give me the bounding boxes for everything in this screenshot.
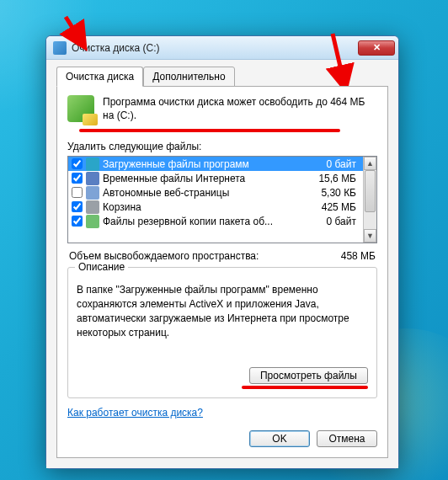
file-name: Временные файлы Интернета	[103, 173, 307, 184]
file-size: 0 байт	[311, 216, 360, 227]
file-checkbox[interactable]	[72, 187, 83, 198]
summary: Программа очистки диска может освободить…	[67, 95, 377, 122]
file-type-icon	[86, 215, 99, 228]
annotation-underline-2	[242, 386, 368, 389]
file-type-icon	[86, 172, 99, 185]
tab-cleanup[interactable]: Очистка диска	[56, 67, 143, 87]
tab-strip: Очистка диска Дополнительно	[56, 67, 388, 87]
file-type-icon	[86, 186, 99, 200]
total-line: Объем высвобождаемого пространства: 458 …	[69, 250, 376, 262]
dialog-buttons: OK Отмена	[67, 430, 377, 447]
annotation-underline-1	[79, 129, 340, 132]
close-button[interactable]: ✕	[358, 40, 395, 56]
file-list: Загруженные файлы программ0 байтВременны…	[67, 156, 377, 243]
window-title: Очистка диска (C:)	[72, 42, 358, 54]
file-checkbox[interactable]	[72, 173, 83, 184]
total-value: 458 МБ	[341, 250, 376, 262]
description-text: В папке "Загруженные файлы программ" вре…	[77, 283, 368, 362]
files-label: Удалить следующие файлы:	[67, 141, 377, 152]
file-name: Автономные веб-страницы	[103, 187, 307, 199]
scroll-up-icon[interactable]: ▲	[364, 157, 376, 170]
app-icon	[53, 41, 67, 55]
file-size: 0 байт	[311, 158, 360, 170]
client-area: Очистка диска Дополнительно Программа оч…	[46, 60, 398, 468]
ok-button[interactable]: OK	[249, 430, 310, 447]
file-name: Загруженные файлы программ	[103, 158, 307, 170]
disk-cleanup-window: Очистка диска (C:) ✕ Очистка диска Допол…	[45, 35, 399, 469]
file-name: Корзина	[103, 201, 307, 213]
file-size: 5,30 КБ	[311, 187, 360, 199]
list-item[interactable]: Загруженные файлы программ0 байт	[68, 157, 363, 171]
tab-additional[interactable]: Дополнительно	[143, 67, 234, 87]
summary-line1: Программа очистки диска может освободить…	[103, 95, 365, 109]
file-checkbox[interactable]	[72, 216, 83, 227]
list-item[interactable]: Автономные веб-страницы5,30 КБ	[68, 185, 363, 200]
file-size: 15,6 МБ	[311, 173, 360, 184]
file-name: Файлы резервной копии пакета об...	[103, 216, 307, 227]
list-item[interactable]: Временные файлы Интернета15,6 МБ	[68, 171, 363, 185]
scroll-thumb[interactable]	[365, 170, 376, 212]
scroll-down-icon[interactable]: ▼	[364, 229, 376, 243]
disk-cleanup-icon	[67, 95, 94, 122]
close-icon: ✕	[373, 42, 381, 53]
list-item[interactable]: Корзина425 МБ	[68, 200, 363, 214]
tab-panel: Программа очистки диска может освободить…	[56, 86, 388, 458]
summary-line2: на (C:).	[103, 109, 365, 122]
file-type-icon	[86, 157, 99, 171]
description-group: Описание В папке "Загруженные файлы прог…	[67, 267, 377, 398]
file-size: 425 МБ	[311, 201, 360, 213]
file-checkbox[interactable]	[72, 201, 83, 212]
list-item[interactable]: Файлы резервной копии пакета об...0 байт	[68, 214, 363, 228]
group-title: Описание	[75, 261, 128, 273]
file-type-icon	[86, 200, 99, 214]
help-link[interactable]: Как работает очистка диска?	[67, 407, 203, 419]
file-checkbox[interactable]	[72, 158, 83, 169]
summary-text: Программа очистки диска может освободить…	[103, 95, 365, 122]
cancel-button[interactable]: Отмена	[317, 430, 377, 447]
total-label: Объем высвобождаемого пространства:	[69, 250, 259, 262]
scrollbar[interactable]: ▲ ▼	[363, 157, 376, 243]
view-files-button[interactable]: Просмотреть файлы	[249, 367, 368, 384]
titlebar[interactable]: Очистка диска (C:) ✕	[46, 36, 398, 60]
